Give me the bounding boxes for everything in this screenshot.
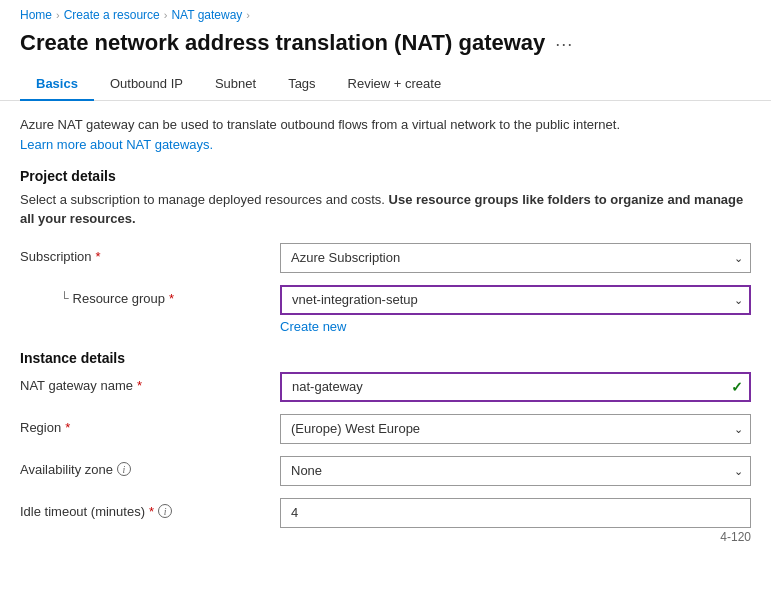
idle-timeout-row: Idle timeout (minutes) * i 4-120 <box>20 498 751 544</box>
tabs-row: Basics Outbound IP Subnet Tags Review + … <box>0 68 771 101</box>
breadcrumb-home[interactable]: Home <box>20 8 52 22</box>
learn-more-link[interactable]: Learn more about NAT gateways. <box>20 137 213 152</box>
subscription-row: Subscription * Azure Subscription ⌄ <box>20 243 751 273</box>
idle-timeout-label: Idle timeout (minutes) <box>20 504 145 519</box>
page-title: Create network address translation (NAT)… <box>20 30 545 56</box>
availability-zone-label-col: Availability zone i <box>20 456 280 477</box>
tab-outbound-ip[interactable]: Outbound IP <box>94 68 199 101</box>
idle-timeout-label-col: Idle timeout (minutes) * i <box>20 498 280 519</box>
availability-zone-row: Availability zone i None ⌄ <box>20 456 751 486</box>
region-select[interactable]: (Europe) West Europe <box>280 414 751 444</box>
idle-timeout-required: * <box>149 504 154 519</box>
nat-gateway-name-control: ✓ <box>280 372 751 402</box>
region-row: Region * (Europe) West Europe ⌄ <box>20 414 751 444</box>
resource-group-select-wrapper: vnet-integration-setup ⌄ <box>280 285 751 315</box>
breadcrumb-sep-3: › <box>246 9 250 21</box>
description-text: Azure NAT gateway can be used to transla… <box>20 115 751 135</box>
idle-timeout-info-icon[interactable]: i <box>158 504 172 518</box>
project-details-desc: Select a subscription to manage deployed… <box>20 190 751 229</box>
availability-zone-select[interactable]: None <box>280 456 751 486</box>
nat-gateway-name-label-col: NAT gateway name * <box>20 372 280 393</box>
tab-subnet[interactable]: Subnet <box>199 68 272 101</box>
subscription-label: Subscription <box>20 249 92 264</box>
instance-details-title: Instance details <box>20 350 751 366</box>
idle-timeout-input[interactable] <box>280 498 751 528</box>
subscription-label-col: Subscription * <box>20 243 280 264</box>
availability-zone-label: Availability zone <box>20 462 113 477</box>
breadcrumb: Home › Create a resource › NAT gateway › <box>0 0 771 26</box>
nat-gateway-name-row: NAT gateway name * ✓ <box>20 372 751 402</box>
project-desc-part1: Select a subscription to manage deployed… <box>20 192 389 207</box>
region-required: * <box>65 420 70 435</box>
region-label: Region <box>20 420 61 435</box>
resource-group-control: vnet-integration-setup ⌄ Create new <box>280 285 751 334</box>
main-content: Azure NAT gateway can be used to transla… <box>0 101 771 570</box>
tab-tags[interactable]: Tags <box>272 68 331 101</box>
resource-group-select[interactable]: vnet-integration-setup <box>280 285 751 315</box>
resource-group-label: Resource group <box>73 291 166 306</box>
breadcrumb-sep-2: › <box>164 9 168 21</box>
idle-timeout-control: 4-120 <box>280 498 751 544</box>
availability-zone-control: None ⌄ <box>280 456 751 486</box>
availability-zone-info-icon[interactable]: i <box>117 462 131 476</box>
region-select-wrapper: (Europe) West Europe ⌄ <box>280 414 751 444</box>
subscription-required: * <box>96 249 101 264</box>
tab-review-create[interactable]: Review + create <box>332 68 458 101</box>
more-options-button[interactable]: ··· <box>555 34 573 55</box>
nat-gateway-name-input-wrapper: ✓ <box>280 372 751 402</box>
availability-zone-select-wrapper: None ⌄ <box>280 456 751 486</box>
nat-gateway-name-input[interactable] <box>280 372 751 402</box>
project-details-title: Project details <box>20 168 751 184</box>
tab-basics[interactable]: Basics <box>20 68 94 101</box>
region-control: (Europe) West Europe ⌄ <box>280 414 751 444</box>
valid-check-icon: ✓ <box>731 379 743 395</box>
region-label-col: Region * <box>20 414 280 435</box>
subscription-control: Azure Subscription ⌄ <box>280 243 751 273</box>
create-new-link[interactable]: Create new <box>280 319 751 334</box>
resource-group-label-col: └ Resource group * <box>20 285 280 306</box>
subscription-select-wrapper: Azure Subscription ⌄ <box>280 243 751 273</box>
nat-gateway-name-required: * <box>137 378 142 393</box>
idle-timeout-range: 4-120 <box>280 530 751 544</box>
breadcrumb-sep-1: › <box>56 9 60 21</box>
resource-group-required: * <box>169 291 174 306</box>
subscription-select[interactable]: Azure Subscription <box>280 243 751 273</box>
page-title-row: Create network address translation (NAT)… <box>0 26 771 68</box>
breadcrumb-create-resource[interactable]: Create a resource <box>64 8 160 22</box>
nat-gateway-name-label: NAT gateway name <box>20 378 133 393</box>
resource-group-row: └ Resource group * vnet-integration-setu… <box>20 285 751 334</box>
breadcrumb-nat-gateway[interactable]: NAT gateway <box>171 8 242 22</box>
